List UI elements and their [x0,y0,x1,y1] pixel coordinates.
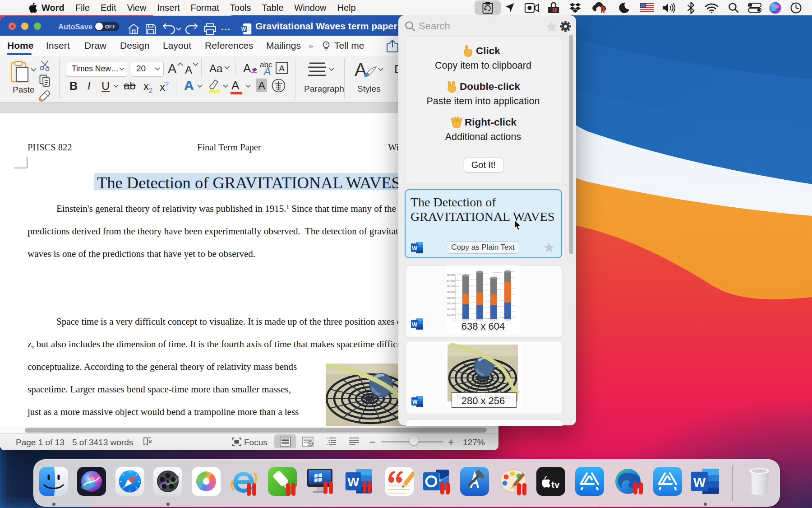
svg-text:$4,000: $4,000 [447,297,455,299]
svg-text:W: W [241,26,246,32]
svg-text:$7,000: $7,000 [447,280,455,282]
svg-text:tv: tv [551,479,560,489]
svg-text:$2,000: $2,000 [447,308,455,311]
svg-text:A: A [279,64,285,73]
svg-text:$1,000: $1,000 [447,313,455,316]
svg-text:$6,000: $6,000 [447,285,455,288]
svg-text:$8,000: $8,000 [447,274,455,276]
svg-text:$3,000: $3,000 [447,302,455,305]
svg-text:$5,000: $5,000 [447,291,455,294]
